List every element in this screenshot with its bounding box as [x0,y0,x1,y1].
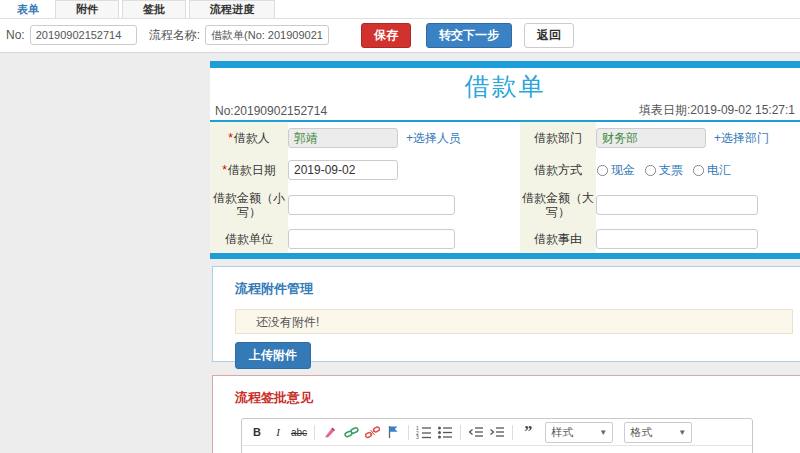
editor-toolbar: B I abc [242,419,752,446]
method-label-text: 借款方式 [534,163,582,177]
left-gutter [0,53,208,453]
unlink-icon[interactable] [364,424,380,440]
borrower-label-text: 借款人 [234,131,270,145]
method-label: 借款方式 [520,154,596,186]
outdent-icon[interactable] [468,424,484,440]
attachment-panel: 流程附件管理 还没有附件! 上传附件 [212,266,800,362]
cash-radio[interactable] [597,164,608,175]
unit-label-text: 借款单位 [225,232,273,246]
content-canvas: 借款单 No:20190902152714 填表日期:2019-09-02 15… [0,52,800,453]
toolbar-separator [512,425,513,440]
panel-top-bar [210,61,800,68]
dept-label-text: 借款部门 [534,131,582,145]
unordered-list-icon[interactable] [437,424,453,440]
chevron-down-icon: ▼ [599,428,607,437]
wire-radio[interactable] [693,164,704,175]
radio-cheque[interactable]: 支票 [644,162,683,179]
form-meta-row: No:20190902152714 填表日期:2019-09-02 15:27:… [210,101,800,120]
loan-form-page: 表单 附件 签批 流程进度 No: 流程名称: 保存 转交下一步 返回 借款单 … [0,0,800,453]
forward-next-step-button[interactable]: 转交下一步 [426,23,512,48]
amount-lower-label: 借款金额（小写） [210,186,288,224]
control-row: No: 流程名称: 保存 转交下一步 返回 [0,19,800,51]
reason-label-text: 借款事由 [534,232,582,246]
blockquote-icon[interactable]: ” [520,424,536,440]
flag-icon[interactable] [385,424,401,440]
toolbar-separator [460,425,461,440]
editor-content-area[interactable] [242,446,752,453]
reason-input[interactable] [596,229,758,249]
approval-panel: 流程签批意见 B I abc [212,375,800,453]
wire-label: 电汇 [707,162,731,179]
flow-name-label: 流程名称: [149,27,200,44]
loan-form-panel: 借款单 No:20190902152714 填表日期:2019-09-02 15… [210,61,800,259]
loan-date-input[interactable] [288,160,398,180]
save-button[interactable]: 保存 [361,23,411,48]
loan-date-label-text: 借款日期 [228,163,276,177]
link-icon[interactable] [343,424,359,440]
cheque-label: 支票 [659,162,683,179]
cash-label: 现金 [611,162,635,179]
no-attachment-message: 还没有附件! [235,309,793,334]
form-row-date-method: * 借款日期 借款方式 现金 [210,154,800,186]
panel-bottom-bar [210,253,800,259]
radio-cash[interactable]: 现金 [596,162,635,179]
no-input[interactable] [30,25,137,45]
tab-flow-progress[interactable]: 流程进度 [189,0,275,18]
unit-input[interactable] [288,229,455,249]
dept-input[interactable] [596,128,706,148]
amount-lower-label-text: 借款金额（小写） [210,191,288,219]
payment-method-radios: 现金 支票 电汇 [596,162,731,179]
select-person-link[interactable]: +选择人员 [406,130,461,147]
tab-form[interactable]: 表单 [4,0,52,18]
ordered-list-icon[interactable]: 1 2 3 [416,424,432,440]
toolbar-separator [314,425,315,440]
form-row-unit-reason: 借款单位 借款事由 [210,224,800,253]
bold-icon[interactable]: B [249,424,265,440]
no-label: No: [6,28,25,42]
indent-icon[interactable] [489,424,505,440]
required-mark: * [222,163,227,177]
required-mark: * [228,131,233,145]
reason-label: 借款事由 [520,224,596,253]
tab-approval[interactable]: 签批 [122,0,186,18]
back-button[interactable]: 返回 [524,23,574,48]
loan-date-label: * 借款日期 [210,154,288,186]
svg-text:3: 3 [416,434,419,439]
format-dropdown[interactable]: 格式 ▼ [624,422,692,443]
radio-wire[interactable]: 电汇 [692,162,731,179]
amount-upper-input[interactable] [596,195,758,215]
form-row-amounts: 借款金额（小写） 借款金额（大写） [210,186,800,224]
italic-icon[interactable]: I [270,424,286,440]
upload-attachment-button[interactable]: 上传附件 [235,342,311,369]
approval-heading: 流程签批意见 [235,389,800,407]
strikethrough-icon[interactable]: abc [291,424,307,440]
rich-text-editor: B I abc [241,418,753,453]
remove-format-icon[interactable] [322,424,338,440]
amount-upper-label: 借款金额（大写） [520,186,596,224]
form-row-borrower: * 借款人 +选择人员 借款部门 +选择部门 [210,122,800,154]
format-dropdown-label: 格式 [630,425,652,440]
form-title: 借款单 [210,68,800,101]
select-dept-link[interactable]: +选择部门 [714,130,769,147]
styles-dropdown[interactable]: 样式 ▼ [545,422,613,443]
styles-dropdown-label: 样式 [551,425,573,440]
unit-label: 借款单位 [210,224,288,253]
cheque-radio[interactable] [645,164,656,175]
flow-name-input[interactable] [205,25,329,45]
attachment-heading: 流程附件管理 [235,280,800,298]
borrower-label: * 借款人 [210,122,288,154]
tab-attachments[interactable]: 附件 [55,0,119,18]
dept-label: 借款部门 [520,122,596,154]
chevron-down-icon: ▼ [678,428,686,437]
form-date-text: 填表日期:2019-09-02 15:27:1 [639,102,795,119]
borrower-input[interactable] [288,128,398,148]
amount-upper-label-text: 借款金额（大写） [520,191,596,219]
tab-bar: 表单 附件 签批 流程进度 [0,0,800,19]
amount-lower-input[interactable] [288,195,455,215]
form-no-text: No:20190902152714 [215,104,327,118]
toolbar-separator [408,425,409,440]
